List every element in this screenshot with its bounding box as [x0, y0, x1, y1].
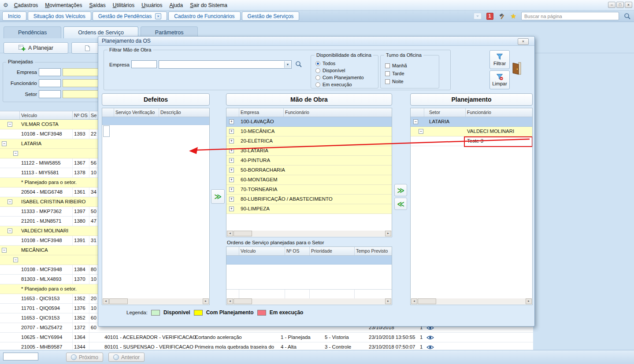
- radio-option[interactable]: Disponível: [315, 67, 364, 74]
- transfer-right-button[interactable]: ≫: [211, 189, 225, 204]
- tree-expand-icon[interactable]: +: [229, 197, 234, 202]
- os-planejadas-selected-row[interactable]: [226, 256, 392, 265]
- defeitos-hscrollbar[interactable]: ◄ ►: [103, 298, 209, 304]
- planejamento-hscrollbar[interactable]: ◄ ►: [411, 298, 532, 304]
- tab[interactable]: Gestão de Pendências ×: [93, 11, 167, 21]
- os-planejadas-hscrollbar[interactable]: ◄ ►: [227, 298, 391, 304]
- radio-option[interactable]: Com Planejamento: [315, 74, 364, 81]
- empresa-code-input[interactable]: [131, 60, 157, 68]
- tree-expand-icon[interactable]: +: [229, 119, 234, 124]
- setor-row[interactable]: + 20-ELÉTRICA: [226, 136, 392, 146]
- tree-collapse-icon[interactable]: −: [419, 129, 423, 134]
- page-search-input[interactable]: [521, 12, 619, 20]
- scroll-left-icon[interactable]: ◄: [411, 298, 417, 304]
- scroll-thumb[interactable]: [234, 298, 252, 304]
- scroll-thumb[interactable]: [234, 231, 252, 236]
- minimize-icon[interactable]: –: [608, 2, 615, 8]
- scroll-right-icon[interactable]: ►: [385, 231, 391, 236]
- field-code-input[interactable]: [39, 79, 61, 87]
- proximo-button[interactable]: Próximo: [66, 353, 103, 362]
- favorites-star-icon[interactable]: ★: [511, 12, 516, 20]
- tree-collapse-icon[interactable]: −: [7, 122, 12, 127]
- setor-row[interactable]: + 10-MECÂNICA: [226, 127, 392, 136]
- tree-collapse-icon[interactable]: −: [7, 199, 12, 204]
- tab[interactable]: Situação dos Veículos: [28, 11, 91, 21]
- tab[interactable]: Início: [2, 11, 26, 21]
- menu-item[interactable]: Ajuda: [166, 1, 187, 10]
- search-icon[interactable]: [295, 61, 302, 68]
- subtab[interactable]: Pendências: [4, 26, 61, 38]
- mao-de-obra-hscrollbar[interactable]: ◄ ►: [227, 231, 391, 236]
- quick-search-input[interactable]: [3, 353, 38, 360]
- tree-expand-icon[interactable]: +: [229, 206, 234, 211]
- menu-item[interactable]: Utilitários: [109, 1, 138, 10]
- field-code-input[interactable]: [39, 68, 61, 76]
- menu-item[interactable]: Sair do Sistema: [186, 1, 231, 10]
- tree-expand-icon[interactable]: +: [229, 158, 234, 163]
- menu-item[interactable]: Cadastros: [11, 1, 42, 10]
- plan-remove-button[interactable]: ≪: [394, 198, 407, 210]
- notification-badge[interactable]: 1: [486, 13, 493, 20]
- setor-row[interactable]: + 70-TORNEARIA: [226, 185, 392, 195]
- panel-toggle-icon[interactable]: [474, 13, 482, 19]
- tab[interactable]: Cadastro de Funcionários: [168, 11, 240, 21]
- plan-add-button[interactable]: ≫: [394, 184, 407, 196]
- radio-option[interactable]: Em execução: [315, 81, 364, 88]
- chevron-down-icon[interactable]: ▼: [284, 61, 291, 68]
- setor-row[interactable]: + 90-LIMPEZA: [226, 204, 392, 214]
- scroll-right-icon[interactable]: ►: [526, 298, 532, 304]
- anterior-button[interactable]: Anterior: [108, 353, 145, 362]
- maximize-icon[interactable]: □: [616, 2, 624, 8]
- tree-expand-icon[interactable]: +: [229, 148, 234, 153]
- scroll-left-icon[interactable]: ◄: [227, 231, 233, 236]
- setor-row[interactable]: + 50-BORRACHARIA: [226, 165, 392, 175]
- tree-expand-icon[interactable]: +: [229, 129, 234, 134]
- setor-row[interactable]: + 40-PINTURA: [226, 156, 392, 165]
- field-code-input[interactable]: [39, 90, 61, 98]
- a-planejar-button[interactable]: A Planejar: [4, 42, 68, 54]
- setor-row[interactable]: + 60-MONTAGEM: [226, 175, 392, 185]
- tree-collapse-icon[interactable]: −: [7, 228, 12, 233]
- empresa-combo[interactable]: ▼: [159, 60, 292, 69]
- menu-item[interactable]: Usuários: [138, 1, 166, 10]
- tree-collapse-icon[interactable]: −: [13, 151, 18, 156]
- tree-collapse-icon[interactable]: −: [2, 141, 7, 146]
- checkbox-option[interactable]: Manhã: [385, 63, 407, 69]
- plan-row-setor[interactable]: − LATARIA: [411, 117, 532, 127]
- checkbox-option[interactable]: Noite: [385, 78, 407, 85]
- tab-close-icon[interactable]: ×: [155, 13, 161, 19]
- tree-collapse-icon[interactable]: −: [413, 119, 418, 124]
- tree-expand-icon[interactable]: +: [229, 168, 234, 173]
- tree-expand-icon[interactable]: +: [229, 177, 234, 182]
- tree-collapse-icon[interactable]: −: [13, 257, 18, 262]
- dialog-close-icon[interactable]: ×: [518, 38, 529, 45]
- exit-door-icon[interactable]: [512, 62, 522, 76]
- radio-option[interactable]: Todos: [315, 60, 364, 66]
- filtrar-button[interactable]: Filtrar: [489, 50, 510, 69]
- scroll-left-icon[interactable]: ◄: [103, 298, 109, 304]
- scroll-thumb[interactable]: [418, 298, 436, 304]
- scroll-left-icon[interactable]: ◄: [227, 298, 233, 304]
- search-icon[interactable]: [624, 13, 631, 20]
- close-icon[interactable]: ×: [625, 2, 632, 8]
- scroll-thumb[interactable]: [109, 298, 128, 304]
- scroll-right-icon[interactable]: ►: [385, 298, 391, 304]
- tree-collapse-icon[interactable]: −: [2, 248, 7, 253]
- checkbox-option[interactable]: Tarde: [385, 70, 407, 77]
- defeitos-selected-row[interactable]: [102, 117, 209, 125]
- plan-row-funcionario[interactable]: − VALDECI MOLINARI: [411, 127, 532, 136]
- scroll-right-icon[interactable]: ►: [203, 298, 209, 304]
- setor-row[interactable]: + 80-LUBRIFICAÇÃO / ABASTECIMENTO: [226, 195, 392, 204]
- limpar-button[interactable]: Limpar: [489, 70, 510, 89]
- os-grid-row[interactable]: − 10625 - MCY6994 1364 40101 - ACELERADO…: [0, 333, 533, 342]
- menu-item[interactable]: Saídas: [85, 1, 109, 10]
- hammer-icon[interactable]: [498, 13, 506, 20]
- tree-expand-icon[interactable]: +: [229, 187, 234, 192]
- setor-row[interactable]: + 100-LAVAÇÃO: [226, 117, 392, 127]
- dialog-titlebar[interactable]: Planejamento da OS: [98, 37, 534, 46]
- tab[interactable]: Gestão de Serviços: [242, 11, 300, 21]
- view-eye-icon[interactable]: [426, 335, 434, 341]
- tree-expand-icon[interactable]: +: [229, 139, 234, 143]
- menu-item[interactable]: Movimentações: [41, 1, 85, 10]
- setor-row[interactable]: + 30-LATARIA: [226, 146, 392, 156]
